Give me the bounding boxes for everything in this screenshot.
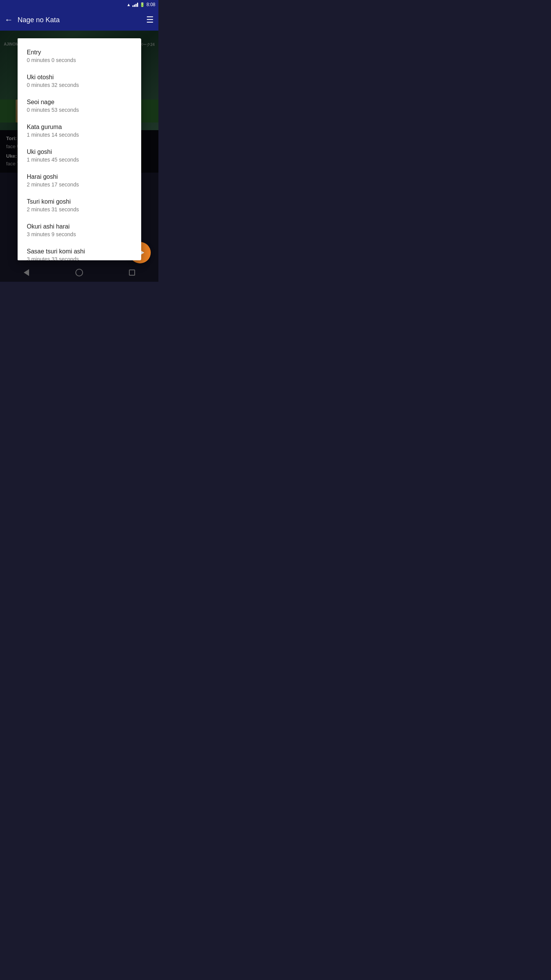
app-bar: ← Nage no Kata ☰ xyxy=(0,9,158,31)
chapter-title-0: Entry xyxy=(27,49,132,56)
chapter-time-4: 1 minutes 45 seconds xyxy=(27,157,132,163)
chapter-item-2[interactable]: Seoi nage0 minutes 53 seconds xyxy=(18,94,141,119)
chapter-title-7: Okuri ashi harai xyxy=(27,223,132,230)
chapter-item-1[interactable]: Uki otoshi0 minutes 32 seconds xyxy=(18,69,141,94)
status-bar: ▲ 🔋 8:08 xyxy=(0,0,158,9)
chapter-item-7[interactable]: Okuri ashi harai3 minutes 9 seconds xyxy=(18,219,141,243)
chapter-title-5: Harai goshi xyxy=(27,173,132,180)
chapter-time-7: 3 minutes 9 seconds xyxy=(27,231,132,237)
status-bar-right: ▲ 🔋 8:08 xyxy=(127,2,155,7)
menu-icon[interactable]: ☰ xyxy=(146,15,154,25)
chapter-time-0: 0 minutes 0 seconds xyxy=(27,57,132,63)
chapter-item-0[interactable]: Entry0 minutes 0 seconds xyxy=(18,44,141,69)
chapter-item-3[interactable]: Kata guruma1 minutes 14 seconds xyxy=(18,119,141,144)
chapter-time-2: 0 minutes 53 seconds xyxy=(27,107,132,113)
battery-icon: 🔋 xyxy=(140,2,145,7)
chapter-item-6[interactable]: Tsuri komi goshi2 minutes 31 seconds xyxy=(18,194,141,219)
chapter-item-4[interactable]: Uki goshi1 minutes 45 seconds xyxy=(18,144,141,169)
chapter-title-3: Kata guruma xyxy=(27,124,132,131)
wifi-icon: ▲ xyxy=(127,2,131,7)
chapter-title-4: Uki goshi xyxy=(27,149,132,155)
chapter-time-3: 1 minutes 14 seconds xyxy=(27,132,132,138)
chapter-time-1: 0 minutes 32 seconds xyxy=(27,82,132,88)
chapter-time-8: 3 minutes 33 seconds xyxy=(27,256,132,260)
chapter-item-5[interactable]: Harai goshi2 minutes 17 seconds xyxy=(18,169,141,194)
signal-icon xyxy=(132,2,138,7)
time-display: 8:08 xyxy=(147,2,155,7)
back-button[interactable]: ← xyxy=(5,15,13,25)
chapter-title-6: Tsuri komi goshi xyxy=(27,198,132,205)
chapter-title-8: Sasae tsuri komi ashi xyxy=(27,248,132,255)
chapter-time-5: 2 minutes 17 seconds xyxy=(27,181,132,188)
chapter-title-1: Uki otoshi xyxy=(27,74,132,81)
chapter-item-8[interactable]: Sasae tsuri komi ashi3 minutes 33 second… xyxy=(18,243,141,260)
page-title: Nage no Kata xyxy=(18,16,146,24)
chapter-dialog: Entry0 minutes 0 secondsUki otoshi0 minu… xyxy=(18,38,141,260)
chapter-time-6: 2 minutes 31 seconds xyxy=(27,206,132,212)
chapter-title-2: Seoi nage xyxy=(27,99,132,106)
